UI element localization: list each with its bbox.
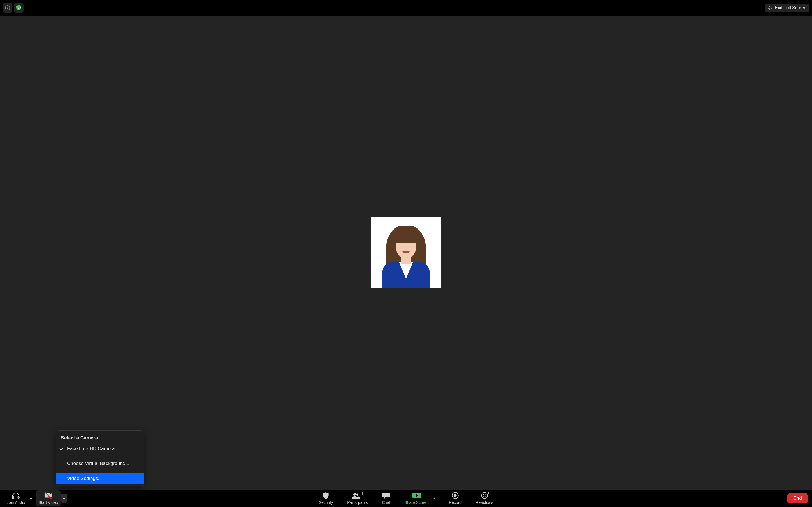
participant-avatar-tile xyxy=(371,217,441,288)
chat-bubble-icon xyxy=(382,492,390,499)
reactions-button[interactable]: + Reactions xyxy=(473,490,496,506)
choose-virtual-background-item[interactable]: Choose Virtual Background... xyxy=(56,458,144,469)
record-button[interactable]: Record xyxy=(446,490,464,506)
avatar-image xyxy=(379,217,433,288)
shield-icon xyxy=(322,492,330,499)
video-settings-label: Video Settings... xyxy=(67,476,102,481)
topbar-left: i xyxy=(3,3,24,13)
svg-point-6 xyxy=(454,494,457,497)
plus-badge-icon: + xyxy=(488,491,490,495)
menu-divider xyxy=(56,456,144,456)
exit-fullscreen-button[interactable]: Exit Full Screen xyxy=(765,4,809,12)
start-video-label: Start Video xyxy=(39,500,58,505)
chevron-up-icon xyxy=(433,497,436,499)
exit-fullscreen-label: Exit Full Screen xyxy=(775,5,806,10)
record-label: Record xyxy=(449,500,462,505)
svg-point-7 xyxy=(481,492,488,499)
info-icon: i xyxy=(5,5,10,10)
chevron-up-icon xyxy=(63,497,65,499)
share-screen-options-chevron[interactable] xyxy=(432,494,438,503)
share-screen-icon xyxy=(412,492,421,499)
join-audio-label: Join Audio xyxy=(7,500,25,505)
end-meeting-button[interactable]: End xyxy=(787,493,808,503)
bottom-toolbar: Join Audio Start Video xyxy=(0,490,812,507)
virtual-background-label: Choose Virtual Background... xyxy=(67,461,130,466)
video-options-chevron[interactable] xyxy=(61,494,67,503)
camera-option-facetime-hd[interactable]: FaceTime HD Camera xyxy=(56,443,144,454)
video-menu-header: Select a Camera xyxy=(56,434,144,443)
svg-point-4 xyxy=(356,494,359,496)
audio-options-chevron[interactable] xyxy=(28,494,34,503)
reactions-icon: + xyxy=(480,492,489,499)
participants-label: Participants xyxy=(347,500,368,505)
camera-option-label: FaceTime HD Camera xyxy=(67,446,115,451)
menu-divider xyxy=(56,471,144,471)
end-label: End xyxy=(794,496,802,501)
chat-button[interactable]: Chat xyxy=(379,490,393,506)
participants-count: 1 xyxy=(361,492,363,496)
svg-point-9 xyxy=(485,494,486,495)
svg-point-3 xyxy=(353,493,356,496)
encryption-status-button[interactable] xyxy=(14,3,24,13)
svg-rect-0 xyxy=(12,496,14,499)
topbar: i Exit Full Screen xyxy=(0,0,812,16)
meeting-info-button[interactable]: i xyxy=(3,3,12,13)
toolbar-left-group: Join Audio Start Video xyxy=(4,490,67,507)
video-stage xyxy=(0,16,812,490)
exit-fullscreen-icon xyxy=(768,6,772,10)
reactions-label: Reactions xyxy=(476,500,493,505)
headphones-icon xyxy=(11,492,20,499)
svg-point-8 xyxy=(483,494,484,495)
share-screen-label: Share Screen xyxy=(404,500,428,505)
video-options-menu: Select a Camera FaceTime HD Camera Choos… xyxy=(56,431,144,487)
record-icon xyxy=(451,492,460,499)
toolbar-right-group: End xyxy=(787,490,808,507)
security-label: Security xyxy=(319,500,333,505)
shield-check-icon xyxy=(16,5,21,11)
join-audio-button[interactable]: Join Audio xyxy=(4,490,28,506)
share-screen-button[interactable]: Share Screen xyxy=(402,490,432,506)
start-video-button[interactable]: Start Video xyxy=(36,490,61,506)
security-button[interactable]: Security xyxy=(316,490,336,506)
participants-icon xyxy=(352,492,360,499)
participants-button[interactable]: 1 Participants xyxy=(344,490,370,506)
chevron-up-icon xyxy=(30,497,33,499)
chat-label: Chat xyxy=(382,500,391,505)
video-camera-off-icon xyxy=(44,492,52,499)
video-settings-item[interactable]: Video Settings... xyxy=(56,473,144,484)
toolbar-center-group: Security 1 Participants xyxy=(316,490,496,507)
